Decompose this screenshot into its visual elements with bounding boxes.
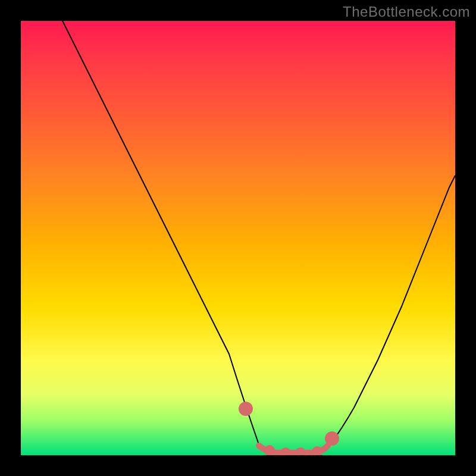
svg-point-4: [298, 450, 303, 455]
highlight-region: [242, 405, 336, 455]
svg-point-1: [328, 434, 336, 443]
watermark-text: TheBottleneck.com: [343, 4, 470, 20]
svg-point-2: [267, 448, 272, 453]
main-curve: [62, 21, 455, 454]
svg-point-0: [242, 405, 250, 413]
svg-point-5: [315, 449, 320, 454]
chart-frame: TheBottleneck.com: [0, 0, 476, 476]
plot-area: [21, 21, 455, 455]
curve-svg: [21, 21, 455, 455]
svg-point-3: [283, 450, 288, 455]
